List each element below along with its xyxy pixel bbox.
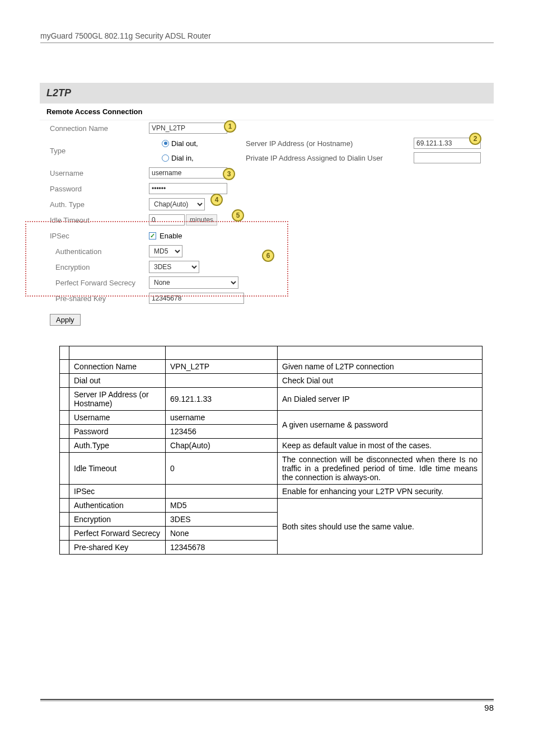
ipsec-enable-label: Enable <box>160 232 182 240</box>
connection-name-label: Connection Name <box>40 124 149 133</box>
idle-timeout-label: Idle Timeout <box>40 216 149 224</box>
encryption-label: Encryption <box>40 263 149 271</box>
ipsec-enable-checkbox[interactable] <box>149 232 156 240</box>
callout-4: 4 <box>210 194 223 206</box>
table-row: Dial outCheck Dial out <box>60 374 483 388</box>
authentication-select[interactable]: MD5 <box>149 245 182 257</box>
type-label: Type <box>40 138 149 163</box>
header-rule <box>40 43 494 43</box>
psk-input[interactable] <box>149 293 244 304</box>
callout-1: 1 <box>224 120 236 133</box>
footer-rule-thin <box>40 701 494 701</box>
table-row: Auth.TypeChap(Auto)Keep as default value… <box>60 439 483 453</box>
ipsec-label: IPSec <box>40 232 149 240</box>
dial-in-radio[interactable] <box>162 154 169 162</box>
private-ip-label: Private IP Address Assigned to Dialin Us… <box>246 154 408 162</box>
idle-timeout-unit: minutes <box>186 214 217 226</box>
username-label: Username <box>40 169 149 177</box>
username-input[interactable] <box>149 167 227 179</box>
table-row: Server IP Address (or Hostname)69.121.1.… <box>60 388 483 411</box>
page-header: myGuard 7500GL 802.11g Security ADSL Rou… <box>40 31 211 40</box>
callout-6: 6 <box>262 250 274 262</box>
auth-type-select[interactable]: Chap(Auto) <box>149 198 205 210</box>
private-ip-input[interactable] <box>414 152 481 163</box>
apply-button[interactable]: Apply <box>50 314 81 326</box>
encryption-select[interactable]: 3DES <box>149 261 199 273</box>
description-table: Connection NameVPN_L2TPGiven name of L2T… <box>59 346 483 555</box>
pfs-label: Perfect Forward Secrecy <box>40 279 149 287</box>
table-row: AuthenticationMD5Both sites should use t… <box>60 499 483 513</box>
connection-name-input[interactable] <box>149 123 227 134</box>
dial-out-label: Dial out, <box>171 139 198 148</box>
callout-2: 2 <box>469 133 481 145</box>
footer-rule-thick <box>40 699 494 700</box>
dial-out-radio[interactable] <box>162 140 169 147</box>
pfs-select[interactable]: None <box>149 276 238 289</box>
table-row: Idle Timeout0The connection will be disc… <box>60 453 483 485</box>
page-number: 98 <box>484 703 494 712</box>
table-row: UsernameusernameA given username & passw… <box>60 411 483 425</box>
password-input[interactable] <box>149 183 227 194</box>
section-header: Remote Access Connection <box>40 104 494 120</box>
authentication-label: Authentication <box>40 247 149 256</box>
callout-5: 5 <box>232 209 244 222</box>
table-row: IPSecEnable for enhancing your L2TP VPN … <box>60 485 483 499</box>
auth-type-label: Auth. Type <box>40 200 149 209</box>
idle-timeout-input[interactable] <box>149 214 185 226</box>
password-label: Password <box>40 185 149 193</box>
l2tp-panel: L2TP Remote Access Connection Connection… <box>40 83 494 331</box>
panel-title: L2TP <box>40 83 494 104</box>
table-row: Connection NameVPN_L2TPGiven name of L2T… <box>60 360 483 374</box>
psk-label: Pre-shared Key <box>40 294 149 303</box>
server-ip-label: Server IP Address (or Hostname) <box>246 139 408 148</box>
dial-in-label: Dial in, <box>171 154 194 162</box>
callout-3: 3 <box>223 168 235 180</box>
